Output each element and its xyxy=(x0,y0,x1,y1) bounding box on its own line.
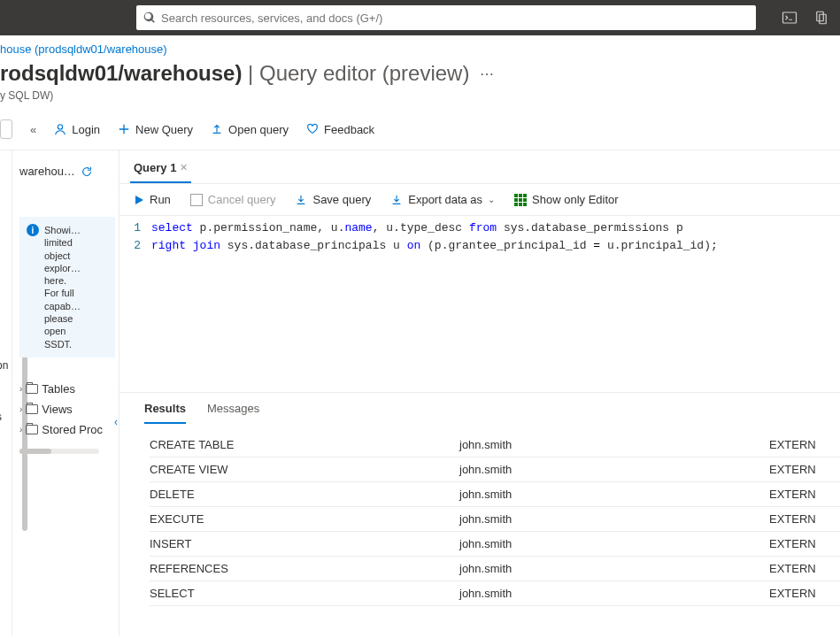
folder-icon xyxy=(26,384,38,394)
login-button[interactable]: Login xyxy=(54,123,100,136)
explorer-db-label: warehou… xyxy=(19,165,115,178)
leftnav-item-fragment[interactable]: on xyxy=(0,359,8,372)
page-title: rodsqldw01/warehouse) | Query editor (pr… xyxy=(0,61,469,86)
table-row[interactable]: INSERTjohn.smithEXTERN xyxy=(150,532,840,557)
save-query-button[interactable]: Save query xyxy=(295,193,371,206)
tree-tables[interactable]: ›Tables xyxy=(19,379,115,399)
person-icon xyxy=(54,123,66,135)
query-tab-1[interactable]: Query 1 ✕ xyxy=(130,156,191,183)
grid-icon xyxy=(514,194,527,206)
explorer-tree: ›Tables ›Views ›Stored Proc xyxy=(19,379,115,440)
tree-views[interactable]: ›Views xyxy=(19,399,115,419)
collapse-nav-icon[interactable]: « xyxy=(30,123,36,136)
left-nav-collapsed: on s xyxy=(0,150,12,635)
results-grid: CREATE TABLEjohn.smithEXTERNCREATE VIEWj… xyxy=(119,424,840,606)
table-row[interactable]: EXECUTEjohn.smithEXTERN xyxy=(150,507,840,532)
tab-results[interactable]: Results xyxy=(144,402,186,424)
more-actions-icon[interactable]: ⋯ xyxy=(480,65,496,82)
page-header: rodsqldw01/warehouse) | Query editor (pr… xyxy=(0,61,840,89)
search-input[interactable] xyxy=(161,12,749,25)
table-row[interactable]: CREATE VIEWjohn.smithEXTERN xyxy=(150,457,840,482)
cancel-query-button[interactable]: Cancel query xyxy=(190,193,276,206)
tab-messages[interactable]: Messages xyxy=(207,402,259,424)
editor-area: Query 1 ✕ Run Cancel query Save query Ex… xyxy=(119,150,840,635)
svg-rect-1 xyxy=(817,12,824,21)
page-subtitle: y SQL DW) xyxy=(0,89,840,114)
chevron-right-icon: › xyxy=(19,425,22,434)
table-row[interactable]: REFERENCESjohn.smithEXTERN xyxy=(150,557,840,581)
download-icon xyxy=(295,194,307,206)
tree-sprocs[interactable]: ›Stored Proc xyxy=(19,419,115,440)
query-toolbar: Run Cancel query Save query Export data … xyxy=(119,184,840,215)
pane-divider[interactable]: ‹ xyxy=(119,150,119,635)
plus-icon xyxy=(118,123,130,135)
new-query-button[interactable]: New Query xyxy=(118,123,193,136)
leftnav-item-fragment[interactable]: s xyxy=(0,411,2,423)
heart-icon xyxy=(306,123,319,135)
notifications-icon[interactable] xyxy=(813,10,829,26)
download-icon xyxy=(390,194,403,206)
close-icon[interactable]: ✕ xyxy=(180,162,188,173)
table-row[interactable]: SELECTjohn.smithEXTERN xyxy=(150,581,840,606)
breadcrumb: house (prodsqldw01/warehouse) xyxy=(0,35,840,61)
global-topbar xyxy=(0,0,840,35)
refresh-icon[interactable] xyxy=(81,165,93,178)
breadcrumb-link[interactable]: house (prodsqldw01/warehouse) xyxy=(0,42,167,56)
object-explorer: warehou… i Showi…limitedobjectexplor…her… xyxy=(12,150,119,635)
open-query-button[interactable]: Open query xyxy=(211,123,289,136)
show-only-editor-button[interactable]: Show only Editor xyxy=(514,193,619,206)
table-row[interactable]: DELETEjohn.smithEXTERN xyxy=(150,482,840,507)
explorer-info-box: i Showi…limitedobjectexplor…here.For ful… xyxy=(19,217,115,357)
query-tabs: Query 1 ✕ xyxy=(119,150,840,184)
chevron-down-icon: ⌄ xyxy=(488,195,495,204)
search-icon xyxy=(143,12,156,24)
play-icon xyxy=(134,195,144,205)
table-row[interactable]: CREATE TABLEjohn.smithEXTERN xyxy=(150,433,840,457)
global-search[interactable] xyxy=(136,5,756,30)
upload-icon xyxy=(211,123,223,135)
collapse-explorer-icon[interactable]: ‹ xyxy=(114,416,118,428)
svg-point-3 xyxy=(58,125,63,129)
svg-rect-2 xyxy=(820,14,827,24)
run-button[interactable]: Run xyxy=(134,193,171,206)
feedback-button[interactable]: Feedback xyxy=(306,123,374,136)
export-data-button[interactable]: Export data as ⌄ xyxy=(390,193,495,206)
sql-editor[interactable]: 1select p.permission_name, u.name, u.typ… xyxy=(119,215,840,392)
chevron-right-icon: › xyxy=(19,404,22,414)
command-bar: « Login New Query Open query Feedback xyxy=(0,114,840,150)
explorer-hscrollbar[interactable] xyxy=(19,449,99,454)
svg-rect-0 xyxy=(783,12,797,23)
main-content: on s warehou… i Showi…limitedobjectexplo… xyxy=(0,150,840,635)
info-text: Showi…limitedobjectexplor…here.For fullc… xyxy=(44,224,81,350)
folder-icon xyxy=(26,425,38,434)
pin-placeholder[interactable] xyxy=(0,119,12,139)
results-tabs: Results Messages xyxy=(119,392,840,424)
stop-icon xyxy=(190,194,203,206)
info-icon: i xyxy=(27,224,39,236)
cloud-shell-icon[interactable] xyxy=(782,10,798,26)
chevron-right-icon: › xyxy=(19,384,22,394)
folder-icon xyxy=(26,404,38,414)
